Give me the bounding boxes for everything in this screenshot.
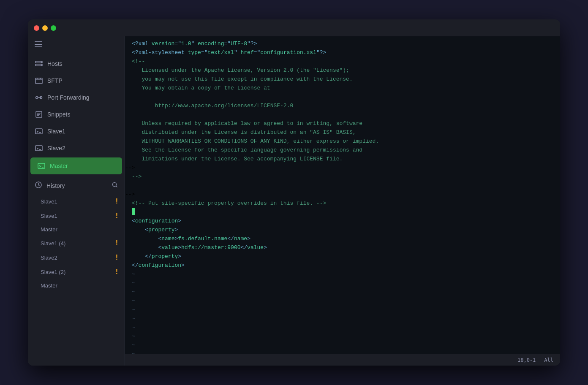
code-line-20: <property> — [125, 226, 560, 235]
history-search-icon[interactable] — [112, 182, 118, 189]
sftp-icon — [35, 76, 43, 85]
hosts-icon — [35, 60, 43, 68]
tilde-8: ~ — [125, 332, 560, 341]
cursor — [132, 208, 135, 215]
main-content: Hosts SFTP — [28, 36, 560, 366]
history-item-label-2: Master — [41, 226, 57, 233]
sidebar-item-slave1[interactable]: Slave1 — [28, 123, 125, 140]
history-item-label-0: Slave1 — [41, 198, 57, 205]
history-item-warning-0: ! — [116, 198, 118, 205]
history-item-0[interactable]: Slave1 ! — [28, 194, 125, 209]
view-mode: All — [544, 357, 553, 363]
code-line-7 — [125, 93, 560, 102]
code-line-5: you may not use this file except in comp… — [125, 75, 560, 84]
terminal-icon-slave2 — [35, 144, 43, 152]
sidebar-item-sftp-label: SFTP — [47, 77, 63, 84]
sidebar-item-master-label: Master — [50, 163, 68, 169]
sidebar-item-sftp[interactable]: SFTP — [28, 72, 125, 89]
editor-area[interactable]: <?xml version="1.0" encoding="UTF-8"?> <… — [125, 36, 560, 366]
svg-point-15 — [113, 183, 117, 187]
svg-point-8 — [36, 97, 38, 99]
code-line-1: <?xml version="1.0" encoding="UTF-8"?> — [125, 40, 560, 49]
history-label-group: History — [35, 181, 65, 190]
code-line-9 — [125, 111, 560, 119]
tilde-1: ~ — [125, 270, 560, 279]
terminal-icon-master — [37, 162, 46, 170]
history-item-warning-4: ! — [116, 254, 118, 261]
history-icon — [35, 181, 42, 190]
code-line-23: </property> — [125, 252, 560, 261]
close-button[interactable] — [34, 25, 39, 31]
tilde-2: ~ — [125, 279, 560, 288]
traffic-lights — [34, 25, 56, 31]
sidebar-item-snippets-label: Snippets — [47, 111, 70, 118]
titlebar — [28, 19, 560, 36]
code-line-4: Licensed under the Apache License, Versi… — [125, 66, 560, 75]
editor-content[interactable]: <?xml version="1.0" encoding="UTF-8"?> <… — [125, 36, 560, 354]
code-line-6: You may obtain a copy of the License at — [125, 84, 560, 93]
history-section: History Slave1 ! Slave1 ! — [28, 177, 125, 366]
code-line-10: Unless required by applicable law or agr… — [125, 119, 560, 128]
maximize-button[interactable] — [51, 25, 56, 31]
tilde-9: ~ — [125, 341, 560, 350]
code-line-19: <configuration> — [125, 217, 560, 226]
app-window: Hosts SFTP — [28, 19, 560, 366]
history-item-label-1: Slave1 — [41, 213, 57, 219]
history-item-5[interactable]: Slave1 (2) ! — [28, 265, 125, 279]
sidebar-item-slave2[interactable]: Slave2 — [28, 140, 125, 157]
code-line-17: <!-- Put site-specific property override… — [125, 199, 560, 208]
history-header: History — [28, 177, 125, 194]
sidebar-item-port-forwarding[interactable]: Port Forwarding — [28, 89, 125, 106]
code-line-2: <?xml-stylesheet type="text/xsl" href="c… — [125, 49, 560, 57]
history-item-6[interactable]: Master — [28, 279, 125, 292]
snippets-icon — [35, 110, 43, 119]
tilde-3: ~ — [125, 288, 560, 297]
history-item-label-4: Slave2 — [41, 255, 57, 261]
code-line-18 — [125, 208, 560, 217]
tilde-4: ~ — [125, 297, 560, 306]
history-item-warning-1: ! — [116, 212, 118, 220]
tilde-7: ~ — [125, 323, 560, 332]
svg-point-6 — [41, 65, 42, 65]
sidebar-item-master[interactable]: Master — [30, 157, 122, 174]
minimize-button[interactable] — [42, 25, 48, 31]
sidebar-item-slave2-label: Slave2 — [47, 145, 65, 152]
svg-point-5 — [41, 62, 42, 62]
sidebar: Hosts SFTP — [28, 36, 125, 366]
history-item-warning-5: ! — [116, 268, 118, 276]
history-label: History — [46, 182, 65, 189]
svg-rect-11 — [35, 129, 42, 134]
sidebar-item-snippets[interactable]: Snippets — [28, 106, 125, 123]
code-line-13: See the License for the specific languag… — [125, 146, 560, 155]
tilde-6: ~ — [125, 315, 560, 323]
history-item-label-6: Master — [41, 282, 57, 289]
terminal-icon-slave1 — [35, 127, 43, 136]
code-line-22: <value>hdfs://master:9000</value> — [125, 244, 560, 252]
history-item-3[interactable]: Slave1 (4) ! — [28, 236, 125, 250]
sidebar-item-hosts[interactable]: Hosts — [28, 55, 125, 72]
code-line-3: <!-- — [125, 57, 560, 66]
cursor-position: 18,0-1 — [517, 357, 536, 363]
sidebar-item-slave1-label: Slave1 — [47, 128, 65, 135]
history-item-label-5: Slave1 (2) — [41, 269, 65, 275]
history-item-2[interactable]: Master — [28, 223, 125, 236]
code-line-24: </configuration> — [125, 261, 560, 270]
tilde-5: ~ — [125, 306, 560, 315]
svg-rect-0 — [35, 41, 42, 42]
code-line-16 — [125, 182, 560, 190]
code-line-8: http://www.apache.org/licenses/LICENSE-2… — [125, 102, 560, 111]
history-item-1[interactable]: Slave1 ! — [28, 209, 125, 223]
history-item-4[interactable]: Slave2 ! — [28, 250, 125, 265]
history-item-warning-3: ! — [116, 239, 118, 247]
code-line-21: <name>fs.default.name</name> — [125, 235, 560, 244]
code-line-14: limitations under the License. See accom… — [125, 155, 560, 164]
svg-rect-13 — [38, 163, 45, 168]
sidebar-item-port-forwarding-label: Port Forwarding — [47, 94, 90, 101]
tilde-10: ~ — [125, 350, 560, 354]
hamburger-menu[interactable] — [28, 36, 125, 54]
code-line-12: WITHOUT WARRANTIES OR CONDITIONS OF ANY … — [125, 137, 560, 146]
svg-rect-2 — [35, 46, 42, 47]
port-forwarding-icon — [35, 93, 43, 102]
history-item-label-3: Slave1 (4) — [41, 240, 65, 247]
svg-rect-1 — [35, 44, 42, 45]
